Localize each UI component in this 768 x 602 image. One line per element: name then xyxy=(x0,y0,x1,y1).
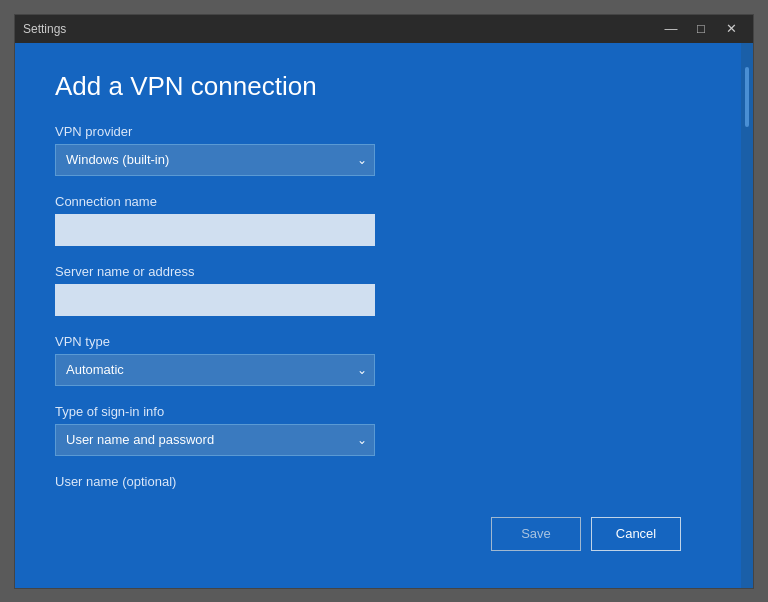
server-name-input[interactable] xyxy=(55,284,375,316)
username-label: User name (optional) xyxy=(55,474,701,489)
vpn-type-wrapper: Automatic ⌄ xyxy=(55,354,375,386)
connection-name-label: Connection name xyxy=(55,194,701,209)
vpn-provider-group: VPN provider Windows (built-in) ⌄ xyxy=(55,124,701,176)
username-group: User name (optional) xyxy=(55,474,701,489)
vpn-type-label: VPN type xyxy=(55,334,701,349)
server-name-label: Server name or address xyxy=(55,264,701,279)
footer: Save Cancel xyxy=(55,507,701,567)
close-button[interactable]: ✕ xyxy=(717,18,745,40)
sign-in-type-select[interactable]: User name and password xyxy=(55,424,375,456)
settings-window: Settings — □ ✕ Add a VPN connection VPN … xyxy=(14,14,754,589)
content-area: Add a VPN connection VPN provider Window… xyxy=(15,43,753,588)
titlebar-controls: — □ ✕ xyxy=(657,18,745,40)
vpn-provider-label: VPN provider xyxy=(55,124,701,139)
server-name-group: Server name or address xyxy=(55,264,701,316)
cancel-button[interactable]: Cancel xyxy=(591,517,681,551)
vpn-provider-select[interactable]: Windows (built-in) xyxy=(55,144,375,176)
vpn-provider-wrapper: Windows (built-in) ⌄ xyxy=(55,144,375,176)
main-content: Add a VPN connection VPN provider Window… xyxy=(15,43,741,588)
minimize-button[interactable]: — xyxy=(657,18,685,40)
sign-in-type-wrapper: User name and password ⌄ xyxy=(55,424,375,456)
connection-name-group: Connection name xyxy=(55,194,701,246)
vpn-type-group: VPN type Automatic ⌄ xyxy=(55,334,701,386)
sign-in-type-group: Type of sign-in info User name and passw… xyxy=(55,404,701,456)
save-button[interactable]: Save xyxy=(491,517,581,551)
scrollbar-track[interactable] xyxy=(741,43,753,588)
titlebar: Settings — □ ✕ xyxy=(15,15,753,43)
maximize-button[interactable]: □ xyxy=(687,18,715,40)
sign-in-type-label: Type of sign-in info xyxy=(55,404,701,419)
scrollbar-thumb[interactable] xyxy=(745,67,749,127)
vpn-type-select[interactable]: Automatic xyxy=(55,354,375,386)
page-title: Add a VPN connection xyxy=(55,71,701,102)
connection-name-input[interactable] xyxy=(55,214,375,246)
titlebar-title: Settings xyxy=(23,22,66,36)
